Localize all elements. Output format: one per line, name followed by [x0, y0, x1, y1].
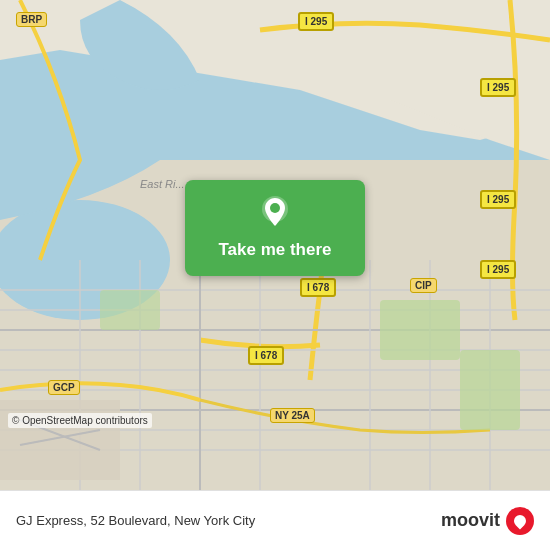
bottom-bar: GJ Express, 52 Boulevard, New York City …: [0, 490, 550, 550]
road-label-i295-right-mid: I 295: [480, 190, 516, 209]
location-pin-icon: [261, 196, 289, 232]
location-text: GJ Express, 52 Boulevard, New York City: [16, 513, 255, 528]
road-label-gcp: GCP: [48, 380, 80, 395]
svg-rect-21: [380, 300, 460, 360]
road-label-i295-right-top: I 295: [480, 78, 516, 97]
road-label-cip: CIP: [410, 278, 437, 293]
take-me-there-button[interactable]: Take me there: [185, 180, 365, 276]
osm-attribution: © OpenStreetMap contributors: [8, 413, 152, 428]
east-river-label: East Ri...: [140, 178, 185, 190]
road-label-i295-top: I 295: [298, 12, 334, 31]
moovit-logo-text: moovit: [441, 510, 500, 531]
road-label-i295-right-bot: I 295: [480, 260, 516, 279]
svg-rect-23: [100, 290, 160, 330]
svg-rect-24: [0, 400, 120, 480]
road-label-brp: BRP: [16, 12, 47, 27]
road-label-ny25a: NY 25A: [270, 408, 315, 423]
svg-point-28: [270, 203, 280, 213]
road-label-i678-mid: I 678: [300, 278, 336, 297]
svg-rect-22: [460, 350, 520, 430]
take-me-there-label: Take me there: [218, 240, 331, 260]
map-container: I 295 I 295 I 295 I 295 I 678 I 678 CIP …: [0, 0, 550, 490]
road-label-i678-bot: I 678: [248, 346, 284, 365]
moovit-icon: [506, 507, 534, 535]
moovit-logo: moovit: [441, 507, 534, 535]
